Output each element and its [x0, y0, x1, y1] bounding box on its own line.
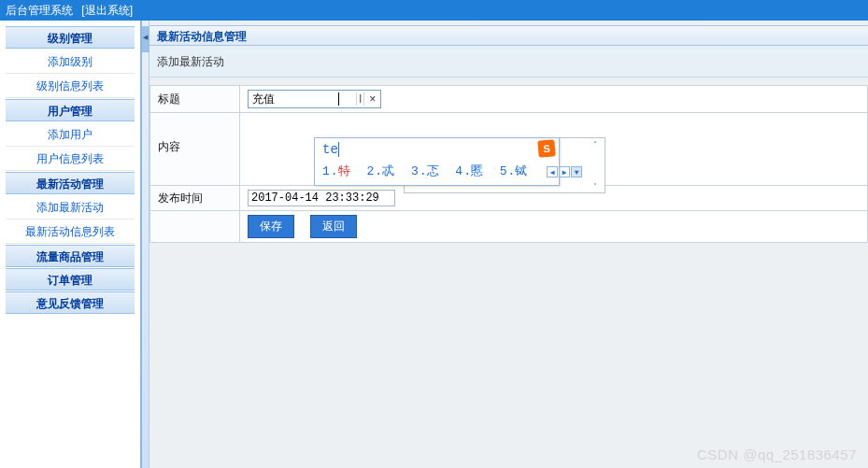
app-title: 后台管理系统 [6, 4, 73, 17]
main-panel: 最新活动信息管理 添加最新活动 标题 I × 内容 [149, 21, 868, 468]
panel-subtitle: 添加最新活动 [149, 46, 868, 78]
sidebar-item-user-list[interactable]: 用户信息列表 [6, 147, 135, 171]
sidebar-item-add-user[interactable]: 添加用户 [6, 122, 135, 147]
ime-prev-icon[interactable]: ◀ [547, 166, 558, 177]
sidebar-item-add-activity[interactable]: 添加最新活动 [6, 195, 135, 220]
sogou-logo-icon: S [537, 139, 556, 158]
ime-composition: te [322, 142, 551, 159]
back-button[interactable]: 返回 [310, 215, 357, 238]
sidebar-group-user[interactable]: 用户管理 [6, 99, 135, 121]
sidebar-group-goods[interactable]: 流量商品管理 [6, 245, 135, 267]
splitter-collapse-icon[interactable] [142, 26, 149, 52]
textarea-scroll-down-icon[interactable]: ˅ [593, 182, 603, 191]
publish-time-input[interactable] [248, 190, 395, 206]
label-content: 内容 [150, 113, 240, 186]
sidebar-item-add-level[interactable]: 添加级别 [6, 50, 135, 74]
title-input[interactable] [249, 92, 338, 106]
sidebar-item-activity-list[interactable]: 最新活动信息列表 [6, 220, 135, 244]
text-cursor [338, 92, 339, 106]
logout-link[interactable]: [退出系统] [81, 4, 133, 17]
sidebar-group-order[interactable]: 订单管理 [6, 268, 135, 291]
save-button[interactable]: 保存 [248, 215, 294, 238]
sidebar-item-level-list[interactable]: 级别信息列表 [6, 74, 135, 98]
panel-title: 最新活动信息管理 [149, 25, 868, 46]
sidebar-splitter[interactable] [142, 21, 149, 468]
ime-dropdown-icon[interactable]: ▼ [571, 166, 582, 177]
ime-candidate-1[interactable]: 1.特 [322, 164, 350, 178]
topbar: 后台管理系统 [退出系统] [0, 0, 868, 21]
sidebar-group-feedback[interactable]: 意见反馈管理 [6, 291, 135, 314]
label-publish-time: 发布时间 [150, 186, 240, 211]
text-caret-icon: I [356, 92, 364, 106]
ime-candidate-5[interactable]: 5.铽 [500, 164, 528, 178]
label-title: 标题 [150, 86, 240, 113]
textarea-scroll-up-icon[interactable]: ˄ [593, 140, 603, 149]
clear-input-icon[interactable]: × [364, 92, 380, 106]
ime-candidate-3[interactable]: 3.忑 [411, 164, 439, 178]
sidebar-group-activity[interactable]: 最新活动管理 [6, 172, 135, 194]
ime-candidate-4[interactable]: 4.慝 [455, 164, 483, 178]
sidebar-group-level[interactable]: 级别管理 [6, 26, 135, 49]
ime-candidate-2[interactable]: 2.忒 [366, 164, 394, 178]
title-input-wrap[interactable]: I × [248, 90, 381, 108]
ime-next-icon[interactable]: ▶ [559, 166, 570, 177]
sidebar: 级别管理 添加级别 级别信息列表 用户管理 添加用户 用户信息列表 最新活动管理… [0, 21, 142, 468]
ime-popup: S te 1.特 2.忒 3.忑 4.慝 5.铽 ◀ ▶ ▼ [314, 137, 560, 186]
ime-candidates: 1.特 2.忒 3.忑 4.慝 5.铽 ◀ ▶ ▼ [322, 163, 551, 179]
